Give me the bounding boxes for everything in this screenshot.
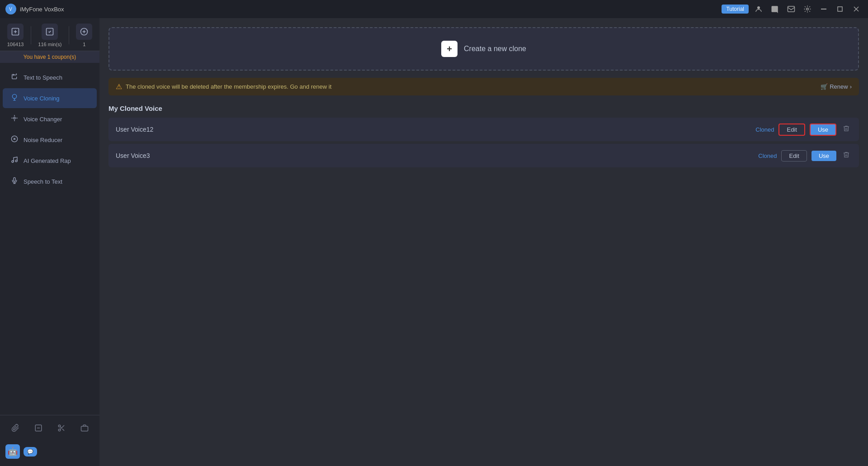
sidebar-item-noise-reducer[interactable]: Noise Reducer xyxy=(3,130,97,150)
voice-cloning-icon xyxy=(10,94,19,103)
my-cloned-voice-title: My Cloned Voice xyxy=(108,105,859,112)
svg-point-15 xyxy=(12,161,14,162)
discord-icon[interactable] xyxy=(769,3,781,15)
voice-status-2: Cloned xyxy=(758,152,777,159)
titlebar: V iMyFone VoxBox Tutorial xyxy=(0,0,868,18)
cart-icon: 🛒 xyxy=(821,83,828,90)
sidebar-item-speech-to-text[interactable]: Speech to Text xyxy=(3,171,97,191)
nav-items: Text to Speech Voice Cloning Voice Chang… xyxy=(0,63,99,415)
warning-bar: ⚠ The cloned voice will be deleted after… xyxy=(108,78,859,95)
voice-changer-icon xyxy=(10,114,19,124)
sidebar: 106413 116 min(s) 1 You have 1 coupon(s) xyxy=(0,18,99,466)
use-button-2[interactable]: Use xyxy=(811,151,836,161)
ai-rap-icon xyxy=(10,156,19,165)
svg-point-2 xyxy=(757,6,760,9)
warning-icon: ⚠ xyxy=(116,82,122,91)
sidebar-item-text-to-speech[interactable]: Text to Speech xyxy=(3,67,97,87)
svg-rect-12 xyxy=(12,94,16,98)
sidebar-item-voice-cloning[interactable]: Voice Cloning xyxy=(3,88,97,108)
svg-point-18 xyxy=(58,425,61,427)
sidebar-label-voice-changer: Voice Changer xyxy=(24,116,62,123)
create-clone-card[interactable]: + Create a new clone xyxy=(108,27,859,71)
use-button-1[interactable]: Use xyxy=(810,124,836,136)
close-button[interactable] xyxy=(850,3,863,15)
edit-button-1[interactable]: Edit xyxy=(778,124,805,136)
app-title: iMyFone VoxBox xyxy=(20,6,64,13)
voice-row-2: User Voice3 Cloned Edit Use xyxy=(108,144,859,167)
stat-characters: 106413 xyxy=(7,24,24,47)
titlebar-left: V iMyFone VoxBox xyxy=(5,4,64,14)
stat-minutes: 116 min(s) xyxy=(38,24,61,47)
minimize-button[interactable] xyxy=(817,3,830,15)
svg-point-13 xyxy=(14,117,15,119)
main-content: + Create a new clone ⚠ The cloned voice … xyxy=(99,18,868,466)
svg-line-22 xyxy=(60,427,61,428)
svg-line-21 xyxy=(62,429,64,431)
warning-text: The cloned voice will be deleted after t… xyxy=(126,83,331,90)
plus-icon: + xyxy=(441,41,458,57)
chatbot-bubble: 💬 xyxy=(24,447,37,456)
voice-name-1: User Voice12 xyxy=(116,126,153,133)
sidebar-item-voice-changer[interactable]: Voice Changer xyxy=(3,109,97,129)
stats-bar: 106413 116 min(s) 1 xyxy=(0,18,99,51)
svg-point-19 xyxy=(58,429,61,431)
sidebar-label-noise-reducer: Noise Reducer xyxy=(24,137,62,143)
loop-icon[interactable] xyxy=(31,421,46,435)
coupon-bar: You have 1 coupon(s) xyxy=(0,51,99,63)
voices-icon xyxy=(76,24,92,40)
create-clone-inner: + Create a new clone xyxy=(441,41,526,57)
voice-actions-2: Cloned Edit Use xyxy=(758,149,852,162)
warning-text-area: ⚠ The cloned voice will be deleted after… xyxy=(116,82,331,91)
delete-button-2[interactable] xyxy=(841,149,852,162)
voice-status-1: Cloned xyxy=(755,126,774,133)
speech-to-text-icon xyxy=(10,177,19,186)
stat-divider-2 xyxy=(69,26,69,44)
voice-actions-1: Cloned Edit Use xyxy=(755,123,852,136)
user-icon[interactable] xyxy=(752,3,765,15)
voice-list: User Voice12 Cloned Edit Use User Voice3… xyxy=(108,118,859,167)
mail-icon[interactable] xyxy=(785,3,797,15)
svg-point-16 xyxy=(15,160,17,162)
edit-button-2[interactable]: Edit xyxy=(781,150,807,162)
tools-icon[interactable] xyxy=(77,421,92,435)
sidebar-item-ai-generated-rap[interactable]: AI Generated Rap xyxy=(3,151,97,171)
attach-icon[interactable] xyxy=(8,421,23,435)
sidebar-bottom-icons xyxy=(0,415,99,441)
minutes-icon xyxy=(42,24,58,40)
delete-button-1[interactable] xyxy=(841,123,852,136)
maximize-button[interactable] xyxy=(834,3,846,15)
noise-reducer-icon xyxy=(10,135,19,144)
titlebar-right: Tutorial xyxy=(722,3,863,15)
text-to-speech-icon xyxy=(10,73,19,82)
sidebar-label-ai-generated-rap: AI Generated Rap xyxy=(24,157,71,164)
settings-icon[interactable] xyxy=(801,3,814,15)
chatbot-widget[interactable]: 🤖 💬 xyxy=(0,441,99,466)
create-clone-label: Create a new clone xyxy=(464,45,526,53)
renew-link[interactable]: 🛒 Renew › xyxy=(821,83,852,90)
renew-arrow: › xyxy=(850,83,852,90)
svg-rect-23 xyxy=(81,426,88,431)
characters-icon xyxy=(7,24,24,40)
stat-divider-1 xyxy=(31,26,31,44)
app-icon: V xyxy=(5,4,16,14)
sidebar-label-speech-to-text: Speech to Text xyxy=(24,178,62,185)
chatbot-robot-icon: 🤖 xyxy=(5,444,20,459)
coupon-text: You have 1 coupon(s) xyxy=(24,54,76,60)
svg-text:V: V xyxy=(9,7,12,12)
tutorial-button[interactable]: Tutorial xyxy=(722,5,749,14)
characters-value: 106413 xyxy=(7,42,24,47)
voice-row-1: User Voice12 Cloned Edit Use xyxy=(108,118,859,141)
cut-icon[interactable] xyxy=(54,421,69,435)
svg-point-4 xyxy=(807,8,809,10)
stat-voices: 1 xyxy=(76,24,92,47)
renew-label: Renew xyxy=(830,83,848,90)
sidebar-label-voice-cloning: Voice Cloning xyxy=(24,95,60,102)
minutes-value: 116 min(s) xyxy=(38,42,61,47)
voices-value: 1 xyxy=(83,42,85,47)
svg-rect-3 xyxy=(788,6,795,12)
voice-name-2: User Voice3 xyxy=(116,152,150,159)
app-layout: 106413 116 min(s) 1 You have 1 coupon(s) xyxy=(0,18,868,466)
svg-rect-5 xyxy=(821,9,826,10)
svg-rect-6 xyxy=(838,7,842,11)
sidebar-label-text-to-speech: Text to Speech xyxy=(24,74,62,81)
